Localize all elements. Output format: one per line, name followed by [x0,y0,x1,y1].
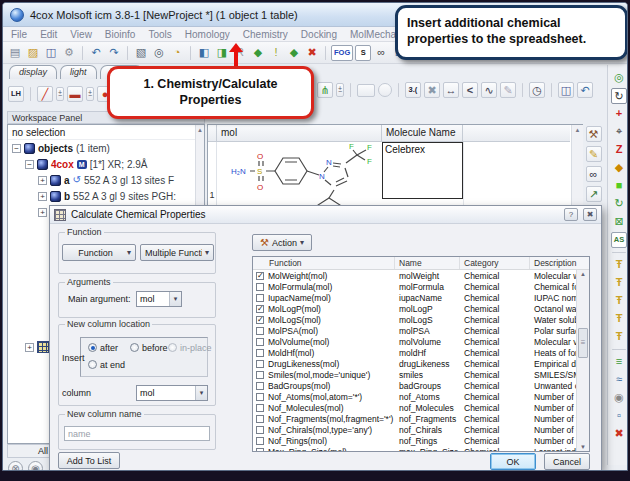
column-header-molecule-name[interactable]: Molecule Name [382,125,463,141]
pin-yellow-icon[interactable]: Ŧ [611,257,627,273]
function-list-scrollbar[interactable]: ▲ ▼ [576,270,589,451]
new-column-name-input[interactable] [64,426,210,441]
nav-target-icon[interactable]: ◎ [611,70,627,86]
scroll-down-icon[interactable]: ▼ [577,444,589,450]
function-row[interactable]: IupacName(mol) iupacName Chemical IUPAC … [253,292,576,303]
stereo-button[interactable]: S [355,45,371,61]
pin-yellow-icon[interactable]: Ŧ [611,329,627,345]
radio-after[interactable] [88,343,97,352]
ball-ratio-spinner[interactable]: 3.( [405,82,421,98]
function-row[interactable]: MolFormula(mol) molFormula Chemical Chem… [253,281,576,292]
undo-view-icon[interactable]: ↶ [577,82,593,98]
green-clear-icon[interactable]: ⊠ [611,214,627,230]
zoom-selection-icon[interactable]: ◧ [196,45,212,61]
tab-display[interactable]: display [9,65,57,79]
action-button[interactable]: ⚒ Action [252,234,312,251]
cancel-button[interactable]: Cancel [544,453,590,470]
hbond-icon[interactable]: ≡ [611,354,627,370]
function-row[interactable]: Max_Ring_Size(mol) max_Ring_Size Chemica… [253,446,576,451]
function-row[interactable]: Nof_Rings(mol) nof_Rings Chemical Number… [253,435,576,446]
screenshot-icon[interactable]: ▧ [133,45,149,61]
radio-in-place[interactable] [168,343,177,352]
stick-style-icon[interactable]: ▬ [67,86,83,102]
radio-before[interactable] [130,343,139,352]
green-box-icon[interactable]: ■ [611,178,627,194]
menu-item[interactable]: Edit [40,29,57,40]
function-checkbox[interactable] [256,338,264,346]
green-rotate-icon[interactable]: ↻ [611,196,627,212]
multiple-functions-dropdown[interactable]: Multiple Functions [140,244,214,261]
header-function[interactable]: Function [253,257,395,269]
row-number-header[interactable] [208,125,217,141]
open-folder-icon[interactable]: ▨ [25,45,41,61]
function-checkbox[interactable] [256,360,264,368]
undo-icon[interactable]: ↶ [88,45,104,61]
ok-button[interactable]: OK [490,453,536,470]
function-checkbox[interactable] [256,283,264,291]
delete-tool-icon[interactable]: ✖ [611,426,627,442]
column-combobox[interactable]: mol [136,385,208,401]
color-wheel-icon[interactable] [378,83,392,97]
scrollbar-thumb[interactable] [578,328,588,358]
collapse-icon[interactable] [12,144,21,153]
function-checkbox[interactable] [256,437,264,445]
xstick-size-stepper[interactable] [336,83,344,97]
tree-item-chain-a[interactable]: a ↺ 552 A 3 gl 13 sites F [8,172,204,188]
function-row[interactable]: Smiles(mol,mode='unique') smiles Chemica… [253,369,576,380]
compass-icon[interactable]: ◔ [169,45,185,61]
add-to-list-button[interactable]: Add To List [58,452,120,469]
delete-red-icon[interactable]: ✖ [304,45,320,61]
atom-select-icon[interactable]: AS [611,232,627,248]
water-icon[interactable]: ≈ [611,372,627,388]
pencil-icon[interactable]: ✎ [586,146,602,162]
wire-size-stepper[interactable] [56,87,64,101]
function-checkbox[interactable] [256,426,264,434]
function-checkbox[interactable] [256,404,264,412]
column-header-mol[interactable]: mol [217,125,382,141]
function-row[interactable]: DrugLikeness(mol) drugLikeness Chemical … [253,358,576,369]
wire-style-icon[interactable]: ╱ [37,86,53,102]
function-row[interactable]: MoldHf(mol) moldHf Chemical Heats of for… [253,347,576,358]
palette-icon[interactable] [357,84,375,97]
close-button[interactable]: ✖ [583,208,597,221]
center-green-icon[interactable]: ◆ [250,45,266,61]
function-row[interactable]: Nof_Fragments(mol,fragment='*') nof_Frag… [253,413,576,424]
close-circle-icon[interactable]: ⊗ [8,461,23,471]
save-icon[interactable]: ◫ [43,45,59,61]
translate-tool-icon[interactable]: + [611,106,627,122]
lh-button[interactable]: LH [8,86,24,102]
binoculars-icon[interactable]: ∞ [586,166,602,182]
rotate-tool-icon[interactable]: ↻ [611,88,627,104]
scroll-up-icon[interactable]: ▲ [577,271,589,277]
function-checkbox[interactable] [256,305,264,313]
stick-size-stepper[interactable] [86,87,94,101]
function-dropdown[interactable]: Function [62,244,136,261]
tree-item-4cox[interactable]: 4cox M [1*] XR; 2.9Å [8,156,204,172]
function-row[interactable]: BadGroups(mol) badGroups Chemical Unwant… [253,380,576,391]
save-view-icon[interactable]: ◫ [558,82,574,98]
molecule-name-cell[interactable]: Celebrex [382,142,463,199]
chevron-down-icon[interactable] [169,292,181,306]
menu-item[interactable]: File [11,29,27,40]
expand-icon[interactable] [38,176,47,185]
function-checkbox[interactable] [256,327,264,335]
header-description[interactable]: Description [530,257,589,269]
pin-yellow-icon[interactable]: Ŧ [611,311,627,327]
function-row[interactable]: MolLogS(mol) molLogS Chemical Water solu… [253,314,576,325]
history-icon[interactable]: ◷ [529,82,545,98]
help-button[interactable]: ? [564,208,578,221]
function-checkbox[interactable] [256,349,264,357]
swap-green-icon[interactable]: ◆ [286,45,302,61]
clipping-icon[interactable]: ▫ [611,408,627,424]
menu-item[interactable]: Homology [185,29,230,40]
function-row[interactable]: Nof_Chirals(mol,type='any') nof_Chirals … [253,424,576,435]
function-row[interactable]: Nof_Molecules(mol) nof_Molecules Chemica… [253,402,576,413]
pin-yellow-icon[interactable]: Ŧ [611,275,627,291]
export-chart-icon[interactable]: ↗ [586,186,602,202]
menu-item[interactable]: Tools [148,29,171,40]
expand-icon[interactable] [25,343,34,352]
header-name[interactable]: Name [395,257,460,269]
function-checkbox[interactable] [256,448,264,452]
gear-icon[interactable]: ⚙ [61,45,77,61]
tab-light[interactable]: light [60,65,97,79]
